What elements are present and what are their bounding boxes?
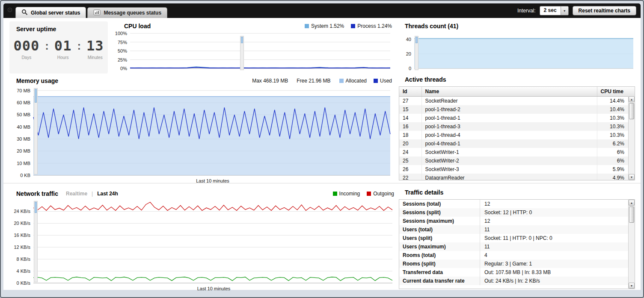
section-title-traffic-details: Traffic details	[405, 188, 635, 198]
thread-id: 18	[399, 131, 421, 139]
section-title-active-threads: Active threads	[405, 75, 635, 86]
scroll-down-icon[interactable]: ▼	[629, 283, 635, 289]
svg-text:4 KB/s: 4 KB/s	[17, 268, 31, 274]
table-row: Users (split)Socket: 11 | HTTP: 0 | NPC:…	[399, 234, 635, 242]
network-subtabs: Realtime | Last 24h	[66, 191, 118, 197]
svg-text:50 MB: 50 MB	[17, 112, 30, 117]
chart-zoom-thumb[interactable]	[241, 37, 243, 43]
legend-item: Incoming	[333, 191, 360, 197]
chart-zoom-scrollbar[interactable]	[34, 88, 38, 174]
top-toolbar: Global server status Message queues stat…	[3, 3, 641, 18]
thread-name: pool-4-thread-1	[421, 139, 597, 148]
thread-name: SocketReader	[421, 97, 597, 106]
table-row[interactable]: 25SocketWriter-26%	[399, 156, 635, 165]
scrollbar[interactable]: ▲ ▼	[628, 96, 635, 180]
scroll-thumb[interactable]	[629, 103, 634, 119]
column-header-cpu-time[interactable]: CPU time	[597, 87, 635, 97]
subtab-realtime[interactable]: Realtime	[66, 191, 87, 197]
column-header-id[interactable]: Id	[399, 87, 421, 97]
table-row[interactable]: 27SocketReader14.4%	[399, 97, 635, 106]
section-title-cpu: CPU load	[124, 23, 151, 30]
chart-zoom-scrollbar[interactable]	[240, 36, 244, 70]
interval-value: 2 sec	[540, 6, 561, 15]
uptime-separator: :	[45, 38, 49, 53]
uptime-separator: :	[77, 38, 81, 53]
threads-count-chart: 40200	[399, 32, 635, 70]
thread-name: SocketWriter-3	[421, 165, 597, 174]
table-row[interactable]: 26SocketWriter-35.9%	[399, 165, 635, 174]
svg-text:75%: 75%	[118, 40, 127, 45]
detail-label: Rooms (split)	[399, 260, 480, 268]
network-traffic-panel: Network traffic Realtime | Last 24h Inco…	[9, 188, 394, 291]
legend-swatch-allocated	[339, 79, 344, 83]
svg-text:20 KB/s: 20 KB/s	[14, 221, 30, 226]
section-title-uptime: Server uptime	[16, 26, 108, 32]
scroll-up-icon[interactable]: ▲	[629, 200, 635, 206]
legend-item: Used	[374, 78, 392, 84]
subtab-last-24h[interactable]: Last 24h	[97, 191, 118, 197]
tab-global-server-status[interactable]: Global server status	[15, 7, 86, 18]
chart-zoom-thumb[interactable]	[415, 37, 418, 43]
detail-label: Users (split)	[399, 234, 480, 242]
scroll-up-icon[interactable]: ▲	[629, 96, 635, 102]
legend-swatch-incoming	[333, 192, 337, 196]
legend-label: System 1.52%	[311, 23, 344, 29]
table-row[interactable]: 15pool-1-thread-210.4%	[399, 105, 635, 114]
scroll-down-icon[interactable]: ▼	[629, 174, 635, 180]
table-row: Rooms (split)Regular: 3 | Game: 1	[399, 260, 635, 268]
cpu-legend: System 1.52% Process 1.24%	[305, 23, 392, 29]
legend-swatch-used	[374, 79, 378, 83]
legend-item: System 1.52%	[305, 23, 344, 29]
table-row: Transferred dataOut: 107.58 MB | In: 8.3…	[399, 268, 635, 277]
chart-canvas: 100%75%50%25%0%	[113, 32, 392, 70]
section-title-memory: Memory usage	[16, 77, 58, 84]
scroll-thumb[interactable]	[629, 207, 634, 223]
thread-name: pool-1-thread-1	[421, 114, 597, 122]
detail-label: Transferred data	[399, 268, 480, 277]
svg-text:20: 20	[406, 51, 411, 56]
chart-zoom-thumb[interactable]	[35, 89, 37, 103]
table-row[interactable]: 16pool-1-thread-310.3%	[399, 122, 635, 131]
chevron-down-icon[interactable]: ▼	[561, 6, 568, 15]
svg-text:20 MB: 20 MB	[17, 148, 30, 153]
subtab-separator: |	[92, 191, 93, 197]
chart-zoom-thumb[interactable]	[35, 202, 37, 213]
svg-text:10 MB: 10 MB	[17, 161, 30, 166]
reset-realtime-charts-button[interactable]: Reset realtime charts	[573, 6, 636, 15]
legend-item: Process 1.24%	[351, 23, 392, 29]
svg-text:12 KB/s: 12 KB/s	[14, 245, 30, 250]
cpu-load-panel: CPU load System 1.52% Process 1.24% 100%…	[113, 21, 392, 70]
thread-id: 16	[399, 122, 421, 131]
svg-text:0: 0	[409, 66, 411, 70]
thread-id: 25	[399, 156, 421, 165]
thread-id: 20	[399, 139, 421, 148]
legend-item: Allocated	[339, 78, 367, 84]
table-row: Rooms (total)4	[399, 251, 635, 260]
thread-name: pool-1-thread-2	[421, 105, 597, 114]
thread-id: 14	[399, 114, 421, 122]
chart-zoom-scrollbar[interactable]	[34, 201, 38, 282]
tab-bar: Global server status Message queues stat…	[15, 7, 167, 18]
svg-text:8 KB/s: 8 KB/s	[17, 257, 31, 262]
network-traffic-chart: 24 KB/s20 KB/s16 KB/s12 KB/s8 KB/s4 KB/s…	[9, 199, 394, 285]
svg-text:0%: 0%	[120, 66, 127, 70]
chart-zoom-scrollbar[interactable]	[415, 36, 418, 70]
toolbar-controls: Interval: 2 sec ▼ Reset realtime charts	[517, 6, 641, 15]
section-title-threads: Threads count (41)	[405, 23, 458, 30]
scrollbar[interactable]: ▲ ▼	[628, 200, 635, 289]
table-row[interactable]: 18pool-1-thread-410.3%	[399, 131, 635, 139]
interval-select[interactable]: 2 sec ▼	[540, 6, 569, 15]
table-row[interactable]: 20pool-4-thread-16.2%	[399, 139, 635, 148]
interval-label: Interval:	[517, 8, 536, 14]
table-row[interactable]: 24SocketWriter-16%	[399, 148, 635, 156]
legend-item: Outgoing	[367, 191, 394, 197]
tab-label: Message queues status	[104, 10, 161, 16]
memory-max: Max 468.19 MB	[252, 78, 288, 84]
column-header-name[interactable]: Name	[421, 87, 597, 97]
section-divider	[3, 183, 641, 183]
thread-id: 15	[399, 105, 421, 114]
table-row[interactable]: 22DatagramReader4.9%	[399, 174, 635, 180]
table-row[interactable]: 14pool-1-thread-110.3%	[399, 114, 635, 122]
svg-text:16 KB/s: 16 KB/s	[14, 233, 30, 238]
tab-message-queues-status[interactable]: Message queues status	[87, 7, 167, 18]
